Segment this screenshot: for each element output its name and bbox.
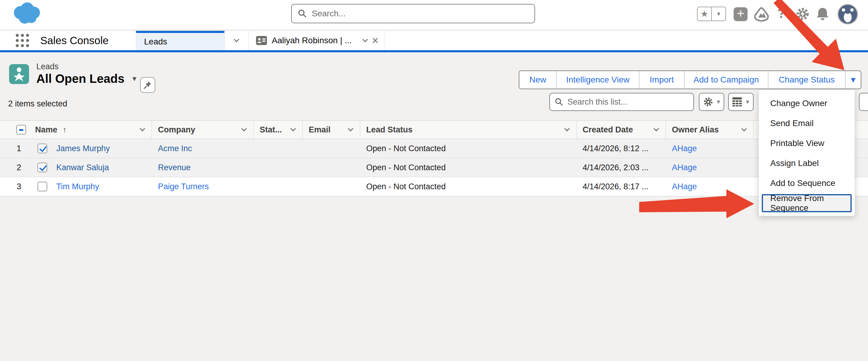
lead-status-cell: Open - Not Contacted — [360, 158, 577, 177]
company-link[interactable]: Acme Inc — [158, 144, 192, 153]
state-cell — [254, 158, 303, 177]
tab-aaliyah-robinson[interactable]: Aaliyah Robinson | ... × — [249, 31, 385, 50]
add-to-campaign-button[interactable]: Add to Campaign — [684, 71, 768, 89]
global-search — [291, 4, 535, 23]
favorites-button-group: ★ ▾ — [697, 7, 726, 21]
table-row[interactable]: 3 Tim Murphy Paige Turners Open - Not Co… — [0, 177, 868, 196]
email-cell — [303, 158, 360, 177]
chevron-down-icon[interactable] — [653, 126, 659, 131]
column-header-state[interactable]: Stat... — [254, 121, 303, 139]
object-label: Leads — [36, 62, 59, 71]
gear-icon — [795, 7, 810, 21]
chevron-down-icon: ▾ — [746, 99, 749, 105]
chevron-down-icon: ▾ — [717, 10, 720, 17]
owner-alias-link[interactable]: AHage — [672, 163, 697, 172]
import-button[interactable]: Import — [639, 71, 684, 89]
new-button[interactable]: New — [519, 71, 556, 89]
global-search-input[interactable] — [312, 9, 528, 19]
menu-item-send-email[interactable]: Send Email — [759, 113, 855, 133]
list-search-input[interactable] — [567, 97, 688, 107]
chevron-down-icon[interactable] — [290, 126, 296, 131]
more-actions-dropdown-button[interactable]: ▼ — [845, 71, 861, 89]
lead-status-cell: Open - Not Contacted — [360, 139, 577, 158]
partially-visible-list-button[interactable] — [859, 93, 868, 111]
list-title-text: All Open Leads — [36, 72, 124, 86]
leads-object-icon — [9, 64, 29, 84]
help-button[interactable]: ? — [777, 5, 786, 21]
column-header-company[interactable]: Company — [152, 121, 254, 139]
dropdown-triangle-icon: ▼ — [849, 75, 857, 85]
display-as-button[interactable]: ▾ — [728, 93, 753, 111]
app-launcher-icon[interactable] — [16, 34, 29, 47]
list-settings-button[interactable]: ▾ — [699, 93, 724, 111]
menu-item-change-owner[interactable]: Change Owner — [759, 93, 855, 113]
column-header-created-date[interactable]: Created Date — [577, 121, 666, 139]
list-view-caret-icon: ▼ — [131, 75, 138, 83]
tab-label: Leads — [144, 37, 167, 46]
pin-list-button[interactable] — [140, 77, 155, 93]
lead-record-icon — [256, 36, 267, 45]
lead-name-link[interactable]: Kanwar Saluja — [56, 163, 109, 172]
search-icon — [555, 98, 563, 106]
row-checkbox[interactable] — [37, 163, 47, 172]
row-checkbox[interactable] — [37, 143, 47, 153]
table-row[interactable]: 1 James Murphy Acme Inc Open - Not Conta… — [0, 139, 868, 158]
menu-item-add-to-sequence[interactable]: Add to Sequence — [759, 173, 855, 193]
bell-icon — [815, 6, 831, 22]
created-date-cell: 4/14/2026, 2:03 ... — [577, 158, 666, 177]
owner-alias-link[interactable]: AHage — [672, 182, 697, 191]
column-label: Name — [35, 125, 58, 134]
email-cell — [303, 177, 360, 196]
column-header-owner-alias[interactable]: Owner Alias — [666, 121, 753, 139]
created-date-cell: 4/14/2026, 8:12 ... — [577, 139, 666, 158]
row-checkbox[interactable] — [37, 182, 47, 191]
chevron-down-icon[interactable] — [140, 126, 145, 131]
company-link[interactable]: Paige Turners — [158, 182, 209, 191]
selection-status: 2 items selected — [8, 99, 67, 108]
gear-icon — [703, 96, 714, 107]
list-search — [549, 93, 694, 111]
menu-item-assign-label[interactable]: Assign Label — [759, 153, 855, 173]
table-row[interactable]: 2 Kanwar Saluja Revenue Open - Not Conta… — [0, 158, 868, 177]
global-header: ★ ▾ + ? — [0, 0, 868, 30]
menu-item-remove-from-sequence[interactable]: Remove From Sequence — [762, 194, 851, 212]
change-status-button[interactable]: Change Status — [768, 71, 845, 89]
owner-alias-link[interactable]: AHage — [672, 144, 697, 153]
lead-name-link[interactable]: Tim Murphy — [56, 182, 99, 191]
global-actions-button[interactable]: + — [734, 7, 748, 21]
user-avatar[interactable] — [837, 4, 858, 25]
chevron-down-icon[interactable] — [241, 126, 247, 131]
workspace-tabs: Leads Aaliyah Robinson | ... × — [136, 31, 385, 50]
company-link[interactable]: Revenue — [158, 163, 191, 172]
app-name: Sales Console — [40, 34, 108, 46]
more-actions-menu: Change Owner Send Email Printable View A… — [758, 90, 855, 216]
select-all-checkbox[interactable] — [17, 125, 26, 135]
row-number: 1 — [0, 139, 21, 158]
column-header-lead-status[interactable]: Lead Status — [360, 121, 577, 139]
intelligence-view-button[interactable]: Intelligence View — [556, 71, 639, 89]
star-icon: ★ — [700, 9, 709, 19]
column-header-email[interactable]: Email — [303, 121, 360, 139]
tab-leads[interactable]: Leads — [136, 31, 224, 50]
list-view-title[interactable]: All Open Leads ▼ — [36, 72, 138, 86]
console-nav-bar: Sales Console Leads Aaliyah Robinson | .… — [0, 31, 868, 50]
chevron-down-icon[interactable] — [348, 126, 353, 131]
row-number: 3 — [0, 177, 21, 196]
notifications-button[interactable] — [815, 6, 831, 22]
action-button-group: New Intelligence View Import Add to Camp… — [519, 70, 861, 89]
menu-item-printable-view[interactable]: Printable View — [759, 133, 855, 153]
setup-button[interactable] — [795, 7, 810, 21]
row-number: 2 — [0, 158, 21, 177]
chevron-down-icon[interactable] — [741, 126, 747, 131]
lead-name-link[interactable]: James Murphy — [56, 144, 110, 153]
column-header-name[interactable]: Name ↑ — [0, 121, 152, 139]
chevron-down-icon[interactable] — [362, 37, 368, 42]
favorites-star-button[interactable]: ★ — [698, 7, 711, 21]
tab-leads-dropdown[interactable] — [224, 31, 249, 50]
salesforce-logo — [10, 1, 44, 27]
close-tab-icon[interactable]: × — [372, 35, 379, 46]
favorites-dropdown-button[interactable]: ▾ — [711, 7, 725, 21]
trailhead-button[interactable] — [753, 7, 769, 22]
table-header-row: Name ↑ Company Stat... Email Lead Status… — [0, 120, 868, 139]
chevron-down-icon[interactable] — [564, 126, 569, 131]
